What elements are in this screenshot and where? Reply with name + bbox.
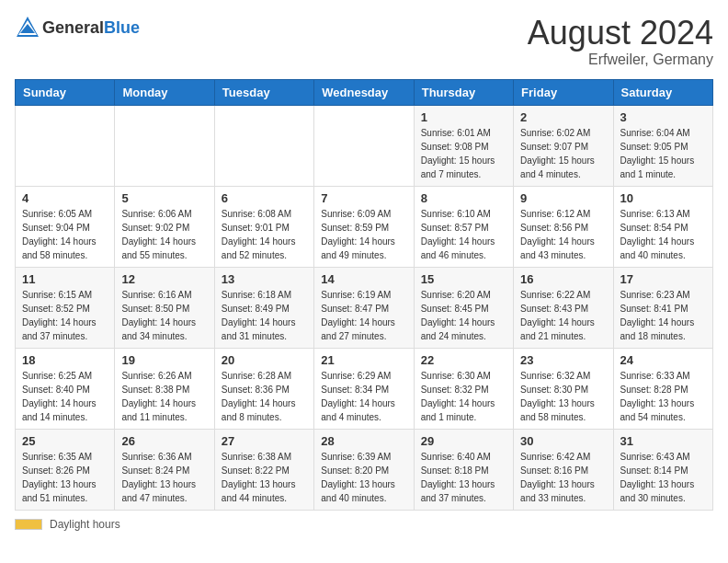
day-number: 3 [620,110,706,124]
day-info: Sunrise: 6:19 AM Sunset: 8:47 PM Dayligh… [321,288,406,343]
day-cell: 10Sunrise: 6:13 AM Sunset: 8:54 PM Dayli… [613,186,712,267]
day-number: 13 [222,272,307,286]
day-info: Sunrise: 6:10 AM Sunset: 8:57 PM Dayligh… [421,207,506,262]
day-info: Sunrise: 6:08 AM Sunset: 9:01 PM Dayligh… [222,207,307,262]
day-info: Sunrise: 6:22 AM Sunset: 8:43 PM Dayligh… [520,288,606,343]
day-info: Sunrise: 6:15 AM Sunset: 8:52 PM Dayligh… [22,288,108,343]
day-cell: 25Sunrise: 6:35 AM Sunset: 8:26 PM Dayli… [16,429,115,510]
col-header-monday: Monday [115,79,214,105]
day-number: 28 [321,434,406,448]
month-title: August 2024 [528,15,713,52]
logo-text-general: General [42,18,104,37]
day-cell: 12Sunrise: 6:16 AM Sunset: 8:50 PM Dayli… [115,267,214,348]
day-cell: 2Sunrise: 6:02 AM Sunset: 9:07 PM Daylig… [514,105,613,186]
day-number: 12 [121,272,207,286]
day-info: Sunrise: 6:28 AM Sunset: 8:36 PM Dayligh… [222,369,307,424]
day-info: Sunrise: 6:23 AM Sunset: 8:41 PM Dayligh… [620,288,706,343]
day-cell: 27Sunrise: 6:38 AM Sunset: 8:22 PM Dayli… [214,429,313,510]
calendar-body: 1Sunrise: 6:01 AM Sunset: 9:08 PM Daylig… [16,105,713,510]
day-info: Sunrise: 6:09 AM Sunset: 8:59 PM Dayligh… [321,207,406,262]
day-cell: 15Sunrise: 6:20 AM Sunset: 8:45 PM Dayli… [414,267,513,348]
day-number: 18 [22,353,108,367]
week-row-1: 4Sunrise: 6:05 AM Sunset: 9:04 PM Daylig… [16,186,713,267]
daylight-bar-icon [15,519,42,530]
day-number: 19 [121,353,207,367]
day-info: Sunrise: 6:43 AM Sunset: 8:14 PM Dayligh… [620,450,706,505]
day-cell: 9Sunrise: 6:12 AM Sunset: 8:56 PM Daylig… [514,186,613,267]
day-info: Sunrise: 6:35 AM Sunset: 8:26 PM Dayligh… [22,450,108,505]
day-number: 21 [321,353,406,367]
day-number: 6 [222,191,307,205]
day-number: 9 [520,191,606,205]
day-cell: 28Sunrise: 6:39 AM Sunset: 8:20 PM Dayli… [314,429,414,510]
day-info: Sunrise: 6:32 AM Sunset: 8:30 PM Dayligh… [520,369,606,424]
logo-text-blue: Blue [104,18,140,37]
day-number: 14 [321,272,406,286]
location-title: Erfweiler, Germany [528,52,713,68]
day-number: 25 [22,434,108,448]
col-header-wednesday: Wednesday [314,79,414,105]
day-cell: 19Sunrise: 6:26 AM Sunset: 8:38 PM Dayli… [115,348,214,429]
day-cell: 3Sunrise: 6:04 AM Sunset: 9:05 PM Daylig… [613,105,712,186]
day-info: Sunrise: 6:42 AM Sunset: 8:16 PM Dayligh… [520,450,606,505]
day-cell [214,105,313,186]
day-cell: 24Sunrise: 6:33 AM Sunset: 8:28 PM Dayli… [613,348,712,429]
daylight-label: Daylight hours [50,518,120,531]
day-cell: 17Sunrise: 6:23 AM Sunset: 8:41 PM Dayli… [613,267,712,348]
day-info: Sunrise: 6:25 AM Sunset: 8:40 PM Dayligh… [22,369,108,424]
day-number: 11 [22,272,108,286]
day-number: 2 [520,110,606,124]
logo: GeneralBlue [15,15,140,40]
col-header-thursday: Thursday [414,79,513,105]
week-row-2: 11Sunrise: 6:15 AM Sunset: 8:52 PM Dayli… [16,267,713,348]
day-info: Sunrise: 6:05 AM Sunset: 9:04 PM Dayligh… [22,207,108,262]
day-cell: 8Sunrise: 6:10 AM Sunset: 8:57 PM Daylig… [414,186,513,267]
col-header-sunday: Sunday [16,79,115,105]
day-number: 31 [620,434,706,448]
day-number: 1 [421,110,506,124]
day-number: 16 [520,272,606,286]
day-info: Sunrise: 6:20 AM Sunset: 8:45 PM Dayligh… [421,288,506,343]
day-cell: 13Sunrise: 6:18 AM Sunset: 8:49 PM Dayli… [214,267,313,348]
day-info: Sunrise: 6:06 AM Sunset: 9:02 PM Dayligh… [121,207,207,262]
day-cell: 5Sunrise: 6:06 AM Sunset: 9:02 PM Daylig… [115,186,214,267]
day-info: Sunrise: 6:26 AM Sunset: 8:38 PM Dayligh… [121,369,207,424]
day-info: Sunrise: 6:40 AM Sunset: 8:18 PM Dayligh… [421,450,506,505]
day-info: Sunrise: 6:01 AM Sunset: 9:08 PM Dayligh… [421,126,506,181]
day-cell: 22Sunrise: 6:30 AM Sunset: 8:32 PM Dayli… [414,348,513,429]
day-cell: 20Sunrise: 6:28 AM Sunset: 8:36 PM Dayli… [214,348,313,429]
week-row-4: 25Sunrise: 6:35 AM Sunset: 8:26 PM Dayli… [16,429,713,510]
day-info: Sunrise: 6:02 AM Sunset: 9:07 PM Dayligh… [520,126,606,181]
day-cell: 23Sunrise: 6:32 AM Sunset: 8:30 PM Dayli… [514,348,613,429]
day-info: Sunrise: 6:36 AM Sunset: 8:24 PM Dayligh… [121,450,207,505]
day-number: 8 [421,191,506,205]
day-number: 20 [222,353,307,367]
day-info: Sunrise: 6:30 AM Sunset: 8:32 PM Dayligh… [421,369,506,424]
day-cell: 11Sunrise: 6:15 AM Sunset: 8:52 PM Dayli… [16,267,115,348]
day-number: 29 [421,434,506,448]
header-row: SundayMondayTuesdayWednesdayThursdayFrid… [16,79,713,105]
day-number: 26 [121,434,207,448]
day-cell: 30Sunrise: 6:42 AM Sunset: 8:16 PM Dayli… [514,429,613,510]
day-cell: 26Sunrise: 6:36 AM Sunset: 8:24 PM Dayli… [115,429,214,510]
day-info: Sunrise: 6:16 AM Sunset: 8:50 PM Dayligh… [121,288,207,343]
day-number: 23 [520,353,606,367]
day-cell: 1Sunrise: 6:01 AM Sunset: 9:08 PM Daylig… [414,105,513,186]
day-number: 24 [620,353,706,367]
day-number: 17 [620,272,706,286]
day-number: 15 [421,272,506,286]
day-cell: 21Sunrise: 6:29 AM Sunset: 8:34 PM Dayli… [314,348,414,429]
day-cell: 4Sunrise: 6:05 AM Sunset: 9:04 PM Daylig… [16,186,115,267]
week-row-0: 1Sunrise: 6:01 AM Sunset: 9:08 PM Daylig… [16,105,713,186]
day-number: 27 [222,434,307,448]
col-header-tuesday: Tuesday [214,79,313,105]
col-header-saturday: Saturday [613,79,712,105]
day-number: 7 [321,191,406,205]
day-info: Sunrise: 6:33 AM Sunset: 8:28 PM Dayligh… [620,369,706,424]
day-info: Sunrise: 6:18 AM Sunset: 8:49 PM Dayligh… [222,288,307,343]
logo-icon [15,15,40,40]
footer-note: Daylight hours [15,518,713,531]
day-cell: 29Sunrise: 6:40 AM Sunset: 8:18 PM Dayli… [414,429,513,510]
col-header-friday: Friday [514,79,613,105]
day-number: 4 [22,191,108,205]
